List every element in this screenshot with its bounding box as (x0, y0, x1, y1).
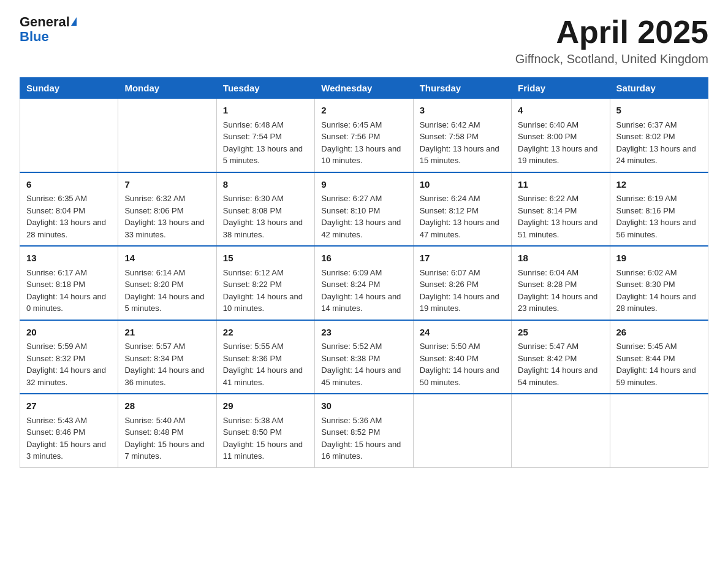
day-number: 16 (321, 251, 406, 266)
day-info: Sunrise: 5:45 AMSunset: 8:44 PMDaylight:… (616, 340, 702, 388)
day-info: Sunrise: 6:02 AMSunset: 8:30 PMDaylight:… (616, 267, 702, 315)
calendar-cell: 7Sunrise: 6:32 AMSunset: 8:06 PMDaylight… (118, 172, 216, 247)
day-info: Sunrise: 5:38 AMSunset: 8:50 PMDaylight:… (223, 415, 308, 462)
day-info: Sunrise: 6:37 AMSunset: 8:02 PMDaylight:… (616, 119, 702, 167)
logo-text: General Blue (20, 15, 77, 44)
calendar-cell: 21Sunrise: 5:57 AMSunset: 8:34 PMDayligh… (118, 320, 216, 394)
day-info: Sunrise: 5:59 AMSunset: 8:32 PMDaylight:… (26, 340, 112, 388)
day-number: 27 (26, 399, 112, 413)
calendar-cell: 8Sunrise: 6:30 AMSunset: 8:08 PMDaylight… (216, 172, 314, 247)
day-info: Sunrise: 6:12 AMSunset: 8:22 PMDaylight:… (223, 267, 308, 315)
calendar-cell: 11Sunrise: 6:22 AMSunset: 8:14 PMDayligh… (512, 172, 610, 247)
day-info: Sunrise: 6:27 AMSunset: 8:10 PMDaylight:… (321, 193, 406, 240)
calendar-cell: 24Sunrise: 5:50 AMSunset: 8:40 PMDayligh… (413, 320, 511, 394)
day-info: Sunrise: 5:40 AMSunset: 8:48 PMDaylight:… (124, 415, 210, 462)
calendar-cell: 4Sunrise: 6:40 AMSunset: 8:00 PMDaylight… (512, 99, 610, 172)
calendar-cell (413, 394, 511, 467)
calendar-cell: 28Sunrise: 5:40 AMSunset: 8:48 PMDayligh… (118, 394, 216, 467)
calendar-table: SundayMondayTuesdayWednesdayThursdayFrid… (20, 77, 708, 468)
day-number: 20 (26, 326, 112, 340)
calendar-cell: 12Sunrise: 6:19 AMSunset: 8:16 PMDayligh… (610, 172, 708, 247)
day-number: 17 (420, 251, 505, 266)
day-number: 18 (518, 251, 603, 266)
calendar-cell (610, 394, 708, 467)
title-block: April 2025 Giffnock, Scotland, United Ki… (515, 15, 708, 66)
calendar-cell (512, 394, 610, 467)
day-info: Sunrise: 6:14 AMSunset: 8:20 PMDaylight:… (124, 267, 210, 315)
calendar-cell: 1Sunrise: 6:48 AMSunset: 7:54 PMDaylight… (216, 99, 314, 172)
logo-general: General (20, 14, 70, 29)
day-number: 3 (420, 104, 505, 118)
day-number: 12 (616, 178, 702, 192)
calendar-cell: 27Sunrise: 5:43 AMSunset: 8:46 PMDayligh… (20, 394, 118, 467)
day-number: 5 (616, 104, 702, 118)
calendar-cell: 29Sunrise: 5:38 AMSunset: 8:50 PMDayligh… (216, 394, 314, 467)
day-number: 11 (518, 178, 603, 192)
header-day-sunday: Sunday (20, 78, 118, 99)
header-day-monday: Monday (118, 78, 216, 99)
calendar-cell: 19Sunrise: 6:02 AMSunset: 8:30 PMDayligh… (610, 246, 708, 320)
day-info: Sunrise: 5:57 AMSunset: 8:34 PMDaylight:… (124, 340, 210, 388)
day-number: 15 (223, 251, 308, 266)
day-number: 19 (616, 251, 702, 266)
logo-blue: Blue (20, 29, 49, 44)
calendar-cell (118, 99, 216, 172)
logo: General Blue (20, 15, 77, 44)
calendar-cell: 2Sunrise: 6:45 AMSunset: 7:56 PMDaylight… (315, 99, 413, 172)
week-row-1: 1Sunrise: 6:48 AMSunset: 7:54 PMDaylight… (20, 99, 708, 172)
day-number: 1 (223, 104, 308, 118)
header-day-wednesday: Wednesday (315, 78, 413, 99)
day-info: Sunrise: 6:40 AMSunset: 8:00 PMDaylight:… (518, 119, 603, 167)
calendar-cell: 30Sunrise: 5:36 AMSunset: 8:52 PMDayligh… (315, 394, 413, 467)
day-number: 21 (124, 326, 210, 340)
day-info: Sunrise: 6:42 AMSunset: 7:58 PMDaylight:… (420, 119, 505, 167)
day-number: 13 (26, 251, 112, 266)
day-info: Sunrise: 6:30 AMSunset: 8:08 PMDaylight:… (223, 193, 308, 240)
page-header: General Blue April 2025 Giffnock, Scotla… (20, 15, 708, 66)
week-row-3: 13Sunrise: 6:17 AMSunset: 8:18 PMDayligh… (20, 246, 708, 320)
calendar-cell: 14Sunrise: 6:14 AMSunset: 8:20 PMDayligh… (118, 246, 216, 320)
page-title: April 2025 (515, 15, 708, 50)
day-info: Sunrise: 6:22 AMSunset: 8:14 PMDaylight:… (518, 193, 603, 240)
header-day-thursday: Thursday (413, 78, 511, 99)
day-number: 8 (223, 178, 308, 192)
day-info: Sunrise: 5:47 AMSunset: 8:42 PMDaylight:… (518, 340, 603, 388)
day-info: Sunrise: 6:48 AMSunset: 7:54 PMDaylight:… (223, 119, 308, 167)
day-number: 14 (124, 251, 210, 266)
day-info: Sunrise: 6:04 AMSunset: 8:28 PMDaylight:… (518, 267, 603, 315)
calendar-cell: 17Sunrise: 6:07 AMSunset: 8:26 PMDayligh… (413, 246, 511, 320)
day-info: Sunrise: 6:45 AMSunset: 7:56 PMDaylight:… (321, 119, 406, 167)
day-number: 7 (124, 178, 210, 192)
day-info: Sunrise: 6:07 AMSunset: 8:26 PMDaylight:… (420, 267, 505, 315)
day-info: Sunrise: 6:19 AMSunset: 8:16 PMDaylight:… (616, 193, 702, 240)
calendar-cell: 5Sunrise: 6:37 AMSunset: 8:02 PMDaylight… (610, 99, 708, 172)
day-info: Sunrise: 6:17 AMSunset: 8:18 PMDaylight:… (26, 267, 112, 315)
calendar-cell: 16Sunrise: 6:09 AMSunset: 8:24 PMDayligh… (315, 246, 413, 320)
day-number: 9 (321, 178, 406, 192)
calendar-cell: 20Sunrise: 5:59 AMSunset: 8:32 PMDayligh… (20, 320, 118, 394)
day-info: Sunrise: 5:55 AMSunset: 8:36 PMDaylight:… (223, 340, 308, 388)
day-number: 22 (223, 326, 308, 340)
day-number: 4 (518, 104, 603, 118)
day-info: Sunrise: 6:32 AMSunset: 8:06 PMDaylight:… (124, 193, 210, 240)
day-number: 25 (518, 326, 603, 340)
week-row-2: 6Sunrise: 6:35 AMSunset: 8:04 PMDaylight… (20, 172, 708, 247)
calendar-cell: 13Sunrise: 6:17 AMSunset: 8:18 PMDayligh… (20, 246, 118, 320)
location-label: Giffnock, Scotland, United Kingdom (515, 52, 708, 66)
calendar-body: 1Sunrise: 6:48 AMSunset: 7:54 PMDaylight… (20, 99, 708, 468)
calendar-cell: 22Sunrise: 5:55 AMSunset: 8:36 PMDayligh… (216, 320, 314, 394)
day-info: Sunrise: 5:52 AMSunset: 8:38 PMDaylight:… (321, 340, 406, 388)
calendar-cell: 23Sunrise: 5:52 AMSunset: 8:38 PMDayligh… (315, 320, 413, 394)
day-number: 6 (26, 178, 112, 192)
day-number: 10 (420, 178, 505, 192)
day-number: 26 (616, 326, 702, 340)
calendar-cell: 3Sunrise: 6:42 AMSunset: 7:58 PMDaylight… (413, 99, 511, 172)
header-day-friday: Friday (512, 78, 610, 99)
calendar-header: SundayMondayTuesdayWednesdayThursdayFrid… (20, 78, 708, 99)
day-info: Sunrise: 5:36 AMSunset: 8:52 PMDaylight:… (321, 415, 406, 462)
day-number: 29 (223, 399, 308, 413)
day-number: 30 (321, 399, 406, 413)
logo-triangle-icon (71, 17, 77, 26)
day-info: Sunrise: 5:50 AMSunset: 8:40 PMDaylight:… (420, 340, 505, 388)
week-row-5: 27Sunrise: 5:43 AMSunset: 8:46 PMDayligh… (20, 394, 708, 467)
